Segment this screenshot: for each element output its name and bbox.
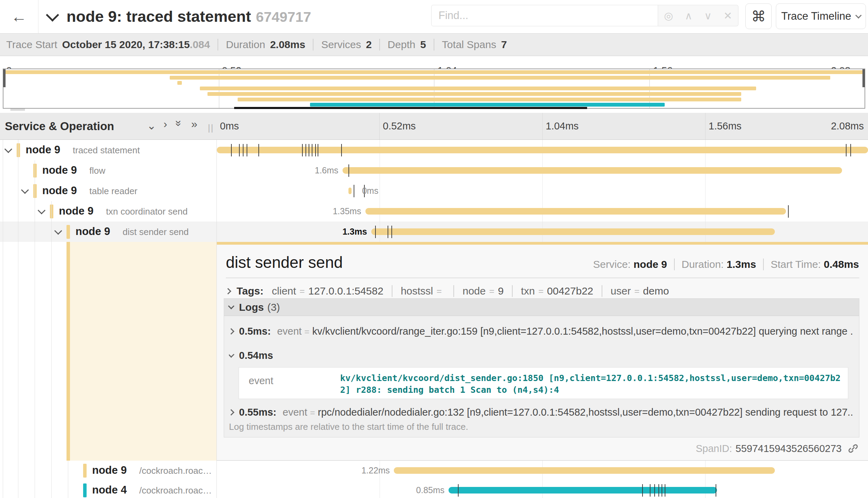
span-row-label[interactable]: node 4/cockroach.roachpb.l... [0,480,216,498]
log-timestamp: 0.55ms: [239,407,276,418]
span-row-flow[interactable]: node 9flow1.6ms [0,160,868,181]
minimap-span-bar [170,76,830,80]
log-entry-3[interactable]: 0.55ms: event = rpc/nodedialer/nodediale… [229,407,852,418]
log-entry-2-header[interactable]: 0.54ms [229,350,852,361]
span-row-traced-statement[interactable]: node 9traced statement [0,140,868,160]
collapse-one-icon[interactable]: ⌄ [147,119,156,132]
span-bar[interactable] [348,188,352,194]
tree-chevron-icon[interactable] [54,227,62,235]
top-bar: ← node 9: traced statement6749717 ◎ ∧ ∨ … [0,0,868,34]
span-timeline-cell[interactable]: 1.35ms [216,201,868,221]
deep-link-icon[interactable] [847,443,859,454]
logs-count: (3) [267,301,280,313]
log-expander-icon [229,328,234,334]
tags-label: Tags: [237,285,264,297]
column-resize-handle[interactable]: || [208,123,214,133]
span-bar[interactable] [371,228,775,235]
log-entry-1[interactable]: 0.5ms: event = kv/kvclient/kvcoord/range… [229,326,852,337]
keyboard-shortcuts-button[interactable]: ⌘ [745,3,772,29]
summary-item: Total Spans7 [434,39,507,51]
log-marker-tick [665,484,665,497]
tag-item[interactable]: user=demo [602,285,669,297]
minimap-marker-line [234,107,587,109]
span-row-label[interactable]: node 9flow [0,160,216,181]
expand-all-icon[interactable]: » [191,118,197,130]
span-timeline-cell[interactable]: 0.85ms [216,480,868,498]
span-timeline-cell[interactable]: 1.3ms [216,221,868,242]
prev-match-icon[interactable]: ∧ [685,10,692,22]
divider [674,259,675,270]
span-row-label[interactable]: node 9txn coordinator send [0,201,216,221]
log-marker-tick [662,484,662,497]
summary-item: Services2 [313,39,372,51]
minimap-span-bar [3,70,865,74]
tag-item[interactable]: node=9 [453,285,504,297]
next-match-icon[interactable]: ∨ [704,10,712,22]
span-rows-bottom: node 9/cockroach.roachpb.l...1.22msnode … [0,461,868,498]
tag-item[interactable]: hostssl= [392,285,445,297]
span-bar[interactable] [365,208,786,215]
log-timestamp: 0.5ms: [239,326,271,337]
logs-header[interactable]: Logs (3) [224,299,859,316]
span-row-cockroach-roachpb-l[interactable]: node 9/cockroach.roachpb.l...1.22ms [0,461,868,480]
clear-search-icon[interactable]: ✕ [724,10,732,22]
service-name: node 9 [42,164,77,176]
log-marker-tick [348,164,349,177]
log-marker-tick [788,205,789,218]
chevron-down-icon [855,12,861,18]
tick-label: 0.52ms [383,120,416,132]
span-bar[interactable] [394,467,775,474]
span-row-label[interactable]: node 9dist sender send [0,221,216,242]
tags-expander-icon[interactable] [225,288,231,294]
trace-summary-bar: Trace StartOctober 15 2020, 17:38:15.084… [0,34,868,56]
tree-chevron-icon[interactable] [38,206,46,214]
service-operation-header: Service & Operation [5,120,114,133]
summary-item: Trace StartOctober 15 2020, 17:38:15.084 [6,39,210,51]
span-row-label[interactable]: node 9table reader [0,181,216,201]
log-marker-tick [309,144,309,156]
logs-footer-note: Log timestamps are relative to the start… [229,422,468,432]
span-row-label[interactable]: node 9/cockroach.roachpb.l... [0,461,216,480]
tree-chevron-icon[interactable] [21,186,29,194]
trace-page: ← node 9: traced statement6749717 ◎ ∧ ∨ … [0,0,868,498]
span-timeline-cell[interactable]: 1.22ms [216,461,868,480]
minimap-canvas[interactable] [3,69,865,109]
span-timeline-cell[interactable] [216,140,868,160]
minimap-right-scrubber[interactable] [862,69,865,87]
span-bar[interactable] [343,167,842,174]
span-row-table-reader[interactable]: node 9table reader0ms [0,181,868,201]
span-bar[interactable] [449,487,717,494]
tree-chevron-icon[interactable] [5,145,12,153]
tags-row[interactable]: Tags: client=127.0.0.1:54582hostssl=node… [226,283,859,299]
service-name: node 4 [92,484,127,496]
minimap-left-scrubber[interactable] [3,69,6,87]
minimap-scrubber-grip[interactable] [10,109,25,111]
span-row-label[interactable]: node 9traced statement [0,140,216,160]
collapse-all-icon[interactable]: » [172,120,185,127]
grid-line [705,181,706,201]
tag-item[interactable]: txn=00427b22 [512,285,593,297]
grid-line [705,113,706,139]
span-timeline-cell[interactable]: 1.6ms [216,160,868,181]
span-row-cockroach-roachpb-l[interactable]: node 4/cockroach.roachpb.l...0.85ms [0,480,868,498]
view-selector-button[interactable]: Trace Timeline [776,3,866,29]
find-input[interactable] [431,5,658,26]
log-marker-tick [231,144,232,156]
expand-one-icon[interactable]: › [163,118,167,130]
span-id-row: SpanID: 5597415943526560273 [696,443,859,454]
log-marker-tick [458,484,459,497]
span-timeline-cell[interactable]: 0ms [216,181,868,201]
span-row-txn-coordinator-send[interactable]: node 9txn coordinator send1.35ms [0,201,868,221]
operation-name: flow [89,165,105,176]
span-detail-meta: Service: node 9Duration: 1.3msStart Time… [593,259,859,270]
span-duration-label: 0.85ms [416,485,449,495]
trace-collapse-chevron-icon[interactable] [46,8,59,21]
back-button[interactable]: ← [0,0,38,33]
trace-id: 6749717 [256,9,311,25]
span-row-dist-sender-send[interactable]: node 9dist sender send1.3ms [0,221,868,242]
span-bar[interactable] [217,147,868,153]
locate-icon[interactable]: ◎ [664,10,673,22]
span-duration-label: 0ms [352,186,378,196]
tag-item[interactable]: client=127.0.0.1:54582 [272,285,383,297]
detail-meta-item: Duration: 1.3ms [682,259,756,270]
